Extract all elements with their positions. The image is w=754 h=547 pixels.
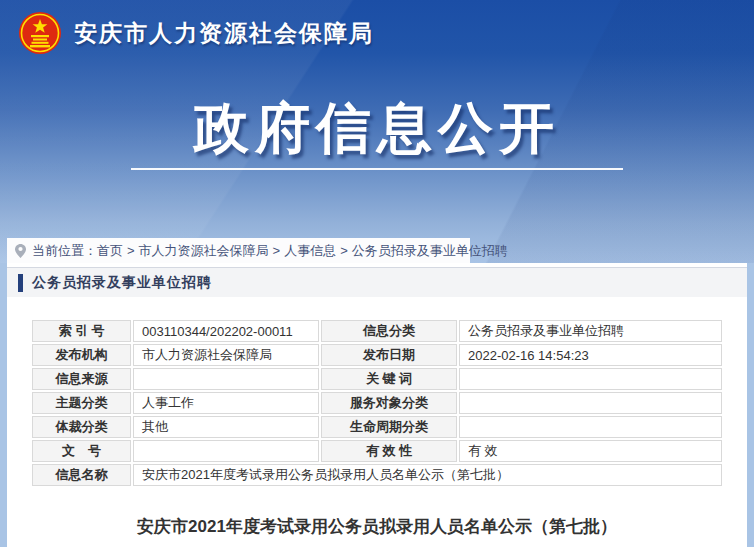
field-value-audience-category (459, 392, 722, 414)
field-value-doc-number (133, 440, 319, 462)
field-value-publisher: 市人力资源社会保障局 (133, 344, 319, 366)
table-row: 信息来源 关 键 词 (32, 368, 722, 390)
field-label-audience-category: 服务对象分类 (321, 392, 457, 414)
section-title: 公务员招录及事业单位招聘 (32, 274, 212, 292)
breadcrumb-separator: > (340, 243, 348, 258)
site-header: 安庆市人力资源社会保障局 政府信息公开 (0, 0, 754, 263)
field-value-lifecycle-category (459, 416, 722, 438)
table-row: 文 号 有 效 性 有 效 (32, 440, 722, 462)
breadcrumb-separator: > (127, 243, 135, 258)
breadcrumb-label: 当前位置： (32, 242, 97, 260)
breadcrumb-separator: > (273, 243, 281, 258)
field-label-validity: 有 效 性 (321, 440, 457, 462)
table-row: 索 引 号 003110344/202202-00011 信息分类 公务员招录及… (32, 320, 722, 342)
breadcrumb-link-personnel-info[interactable]: 人事信息 (284, 242, 336, 260)
field-value-info-name: 安庆市2021年度考试录用公务员拟录用人员名单公示（第七批） (133, 464, 722, 486)
field-label-info-source: 信息来源 (32, 368, 131, 390)
field-label-lifecycle-category: 生命周期分类 (321, 416, 457, 438)
field-value-info-source (133, 368, 319, 390)
content-panel: 公务员招录及事业单位招聘 索 引 号 003110344/202202-0001… (7, 263, 747, 547)
table-row: 体裁分类 其他 生命周期分类 (32, 416, 722, 438)
field-value-genre-category: 其他 (133, 416, 319, 438)
location-pin-icon (15, 244, 26, 258)
field-label-keywords: 关 键 词 (321, 368, 457, 390)
site-title: 安庆市人力资源社会保障局 (74, 18, 374, 49)
field-label-index-number: 索 引 号 (32, 320, 131, 342)
field-label-info-category: 信息分类 (321, 320, 457, 342)
table-row: 信息名称 安庆市2021年度考试录用公务员拟录用人员名单公示（第七批） (32, 464, 722, 486)
field-value-publish-date: 2022-02-16 14:54:23 (459, 344, 722, 366)
article-title: 安庆市2021年度考试录用公务员拟录用人员名单公示（第七批） (7, 515, 747, 538)
field-label-info-name: 信息名称 (32, 464, 131, 486)
breadcrumb-link-recruitment[interactable]: 公务员招录及事业单位招聘 (352, 242, 508, 260)
section-header: 公务员招录及事业单位招聘 (7, 267, 747, 297)
field-label-topic-category: 主题分类 (32, 392, 131, 414)
table-row: 主题分类 人事工作 服务对象分类 (32, 392, 722, 414)
field-value-topic-category: 人事工作 (133, 392, 319, 414)
breadcrumb: 当前位置： 首页 > 市人力资源社会保障局 > 人事信息 > 公务员招录及事业单… (7, 238, 470, 263)
info-meta-table: 索 引 号 003110344/202202-00011 信息分类 公务员招录及… (30, 318, 724, 488)
banner-title: 政府信息公开 (0, 92, 754, 166)
page: 安庆市人力资源社会保障局 政府信息公开 当前位置： 首页 > 市人力资源社会保障… (0, 0, 754, 547)
table-row: 发布机构 市人力资源社会保障局 发布日期 2022-02-16 14:54:23 (32, 344, 722, 366)
field-value-validity: 有 效 (459, 440, 722, 462)
banner-underline-divider (131, 168, 623, 170)
field-value-index-number: 003110344/202202-00011 (133, 320, 319, 342)
field-label-doc-number: 文 号 (32, 440, 131, 462)
section-accent-bar (18, 274, 23, 292)
site-brand: 安庆市人力资源社会保障局 (18, 11, 374, 55)
field-value-keywords (459, 368, 722, 390)
field-value-info-category: 公务员招录及事业单位招聘 (459, 320, 722, 342)
field-label-publish-date: 发布日期 (321, 344, 457, 366)
national-emblem-icon (18, 11, 62, 55)
field-label-genre-category: 体裁分类 (32, 416, 131, 438)
field-label-publisher: 发布机构 (32, 344, 131, 366)
breadcrumb-link-bureau[interactable]: 市人力资源社会保障局 (139, 242, 269, 260)
breadcrumb-link-home[interactable]: 首页 (97, 242, 123, 260)
